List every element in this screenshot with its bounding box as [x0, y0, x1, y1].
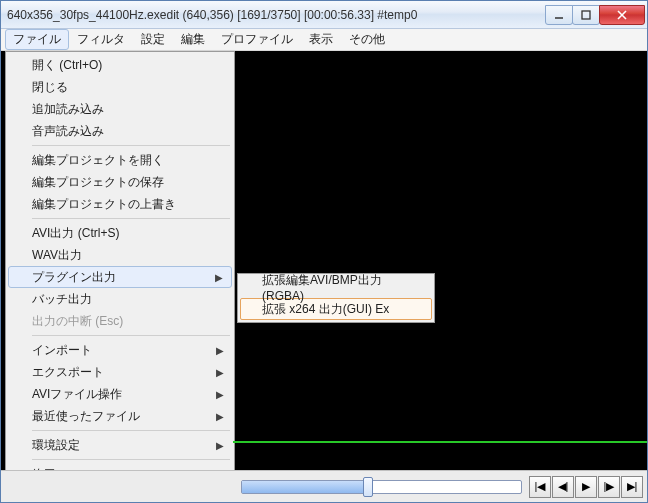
- menuitem-label: エクスポート: [32, 364, 104, 381]
- submenu-arrow-icon: ▶: [216, 411, 224, 422]
- submenu-arrow-icon: ▶: [216, 345, 224, 356]
- menu-separator: [32, 430, 230, 431]
- menuitem-label: 追加読み込み: [32, 101, 104, 118]
- svg-rect-1: [582, 11, 590, 19]
- seek-slider[interactable]: [241, 480, 522, 494]
- seek-fill: [242, 481, 368, 493]
- menuitem-label: WAV出力: [32, 247, 82, 264]
- menu-設定[interactable]: 設定: [133, 29, 173, 50]
- menuitem-label: 閉じる: [32, 79, 68, 96]
- menuitem-編集プロジェクトを開く[interactable]: 編集プロジェクトを開く: [8, 149, 232, 171]
- menuitem-開く-(Ctrl+O)[interactable]: 開く (Ctrl+O): [8, 54, 232, 76]
- menuitem-エクスポート[interactable]: エクスポート▶: [8, 361, 232, 383]
- menuitem-プラグイン出力[interactable]: プラグイン出力▶: [8, 266, 232, 288]
- playback-controls: |◀ ◀| ▶ |▶ ▶|: [528, 476, 643, 498]
- menuitem-label: 出力の中断 (Esc): [32, 313, 123, 330]
- menuitem-label: インポート: [32, 342, 92, 359]
- menuitem-label: 編集プロジェクトを開く: [32, 152, 164, 169]
- seek-thumb[interactable]: [363, 477, 373, 497]
- submenu-arrow-icon: ▶: [216, 389, 224, 400]
- menuitem-最近使ったファイル[interactable]: 最近使ったファイル▶: [8, 405, 232, 427]
- plugin-output-submenu: 拡張編集AVI/BMP出力 (RGBA)拡張 x264 出力(GUI) Ex: [237, 273, 435, 323]
- client-area: 開く (Ctrl+O)閉じる追加読み込み音声読み込み編集プロジェクトを開く編集プ…: [1, 51, 647, 502]
- submenu-arrow-icon: ▶: [215, 272, 223, 283]
- playback-bar: |◀ ◀| ▶ |▶ ▶|: [1, 470, 647, 502]
- menuitem-追加読み込み[interactable]: 追加読み込み: [8, 98, 232, 120]
- menu-編集[interactable]: 編集: [173, 29, 213, 50]
- menuitem-label: AVIファイル操作: [32, 386, 122, 403]
- menu-separator: [32, 145, 230, 146]
- submenu-arrow-icon: ▶: [216, 367, 224, 378]
- minimize-button[interactable]: [545, 5, 573, 25]
- skip-start-button[interactable]: |◀: [529, 476, 551, 498]
- menu-表示[interactable]: 表示: [301, 29, 341, 50]
- menu-separator: [32, 335, 230, 336]
- menu-プロファイル[interactable]: プロファイル: [213, 29, 301, 50]
- window-title: 640x356_30fps_44100Hz.exedit (640,356) […: [7, 8, 546, 22]
- menuitem-label: AVI出力 (Ctrl+S): [32, 225, 119, 242]
- menuitem-WAV出力[interactable]: WAV出力: [8, 244, 232, 266]
- menuitem-label: 環境設定: [32, 437, 80, 454]
- menu-separator: [32, 459, 230, 460]
- close-button[interactable]: [599, 5, 645, 25]
- titlebar[interactable]: 640x356_30fps_44100Hz.exedit (640,356) […: [1, 1, 647, 29]
- menuitem-label: 編集プロジェクトの上書き: [32, 196, 176, 213]
- submenu-arrow-icon: ▶: [216, 440, 224, 451]
- play-button[interactable]: ▶: [575, 476, 597, 498]
- menuitem-label: 音声読み込み: [32, 123, 104, 140]
- menubar: ファイルフィルタ設定編集プロファイル表示その他: [1, 29, 647, 51]
- app-window: 640x356_30fps_44100Hz.exedit (640,356) […: [0, 0, 648, 503]
- menuitem-音声読み込み[interactable]: 音声読み込み: [8, 120, 232, 142]
- menu-ファイル[interactable]: ファイル: [5, 29, 69, 50]
- menu-その他[interactable]: その他: [341, 29, 393, 50]
- menuitem-AVI出力-(Ctrl+S)[interactable]: AVI出力 (Ctrl+S): [8, 222, 232, 244]
- maximize-button[interactable]: [572, 5, 600, 25]
- menu-フィルタ[interactable]: フィルタ: [69, 29, 133, 50]
- timeline-marker-line: [233, 441, 647, 443]
- menuitem-label: プラグイン出力: [32, 269, 116, 286]
- skip-end-button[interactable]: ▶|: [621, 476, 643, 498]
- menuitem-インポート[interactable]: インポート▶: [8, 339, 232, 361]
- menuitem-バッチ出力[interactable]: バッチ出力: [8, 288, 232, 310]
- menuitem-編集プロジェクトの上書き[interactable]: 編集プロジェクトの上書き: [8, 193, 232, 215]
- step-back-button[interactable]: ◀|: [552, 476, 574, 498]
- menuitem-label: 編集プロジェクトの保存: [32, 174, 164, 191]
- menuitem-閉じる[interactable]: 閉じる: [8, 76, 232, 98]
- menuitem-label: 開く (Ctrl+O): [32, 57, 102, 74]
- file-menu-dropdown: 開く (Ctrl+O)閉じる追加読み込み音声読み込み編集プロジェクトを開く編集プ…: [5, 51, 235, 488]
- menuitem-label: バッチ出力: [32, 291, 92, 308]
- menuitem-AVIファイル操作[interactable]: AVIファイル操作▶: [8, 383, 232, 405]
- submenuitem-拡張編集AVI/BMP出力-(RGBA)[interactable]: 拡張編集AVI/BMP出力 (RGBA): [240, 276, 432, 298]
- step-fwd-button[interactable]: |▶: [598, 476, 620, 498]
- menuitem-編集プロジェクトの保存[interactable]: 編集プロジェクトの保存: [8, 171, 232, 193]
- menuitem-label: 最近使ったファイル: [32, 408, 140, 425]
- window-buttons: [546, 5, 645, 25]
- menuitem-環境設定[interactable]: 環境設定▶: [8, 434, 232, 456]
- menu-separator: [32, 218, 230, 219]
- menuitem-出力の中断-(Esc): 出力の中断 (Esc): [8, 310, 232, 332]
